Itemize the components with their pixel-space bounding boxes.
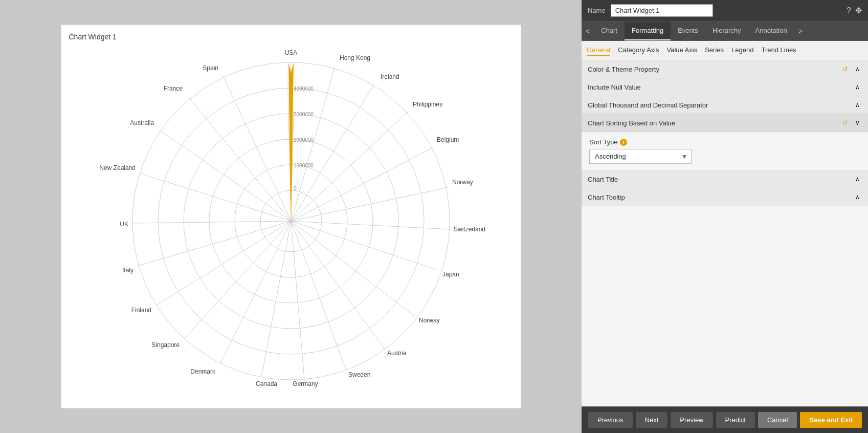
section-include-null-icons: ∧ (853, 82, 862, 92)
svg-line-10 (291, 147, 433, 221)
subtab-category-axis[interactable]: Category Axis (618, 45, 659, 56)
section-global-separator-label: Global Thousand and Decimal Separator (588, 101, 708, 109)
svg-text:USA: USA (284, 49, 297, 56)
sort-select-wrap: Ascending Descending None ▼ (589, 149, 692, 164)
svg-text:Austria: Austria (387, 350, 407, 357)
section-chart-title[interactable]: Chart Title ∧ (582, 170, 868, 188)
svg-text:Australia: Australia (130, 119, 154, 126)
sort-type-select[interactable]: Ascending Descending None (589, 149, 692, 164)
svg-text:Philippines: Philippines (413, 101, 442, 108)
subtab-general[interactable]: General (587, 45, 610, 56)
subtab-series[interactable]: Series (705, 45, 724, 56)
preview-button[interactable]: Preview (671, 412, 713, 428)
svg-line-25 (159, 130, 291, 221)
chart-container: Chart Widget 1 (61, 25, 521, 408)
tab-nav-back[interactable]: < (582, 21, 594, 40)
sort-type-label-row: Sort Type i (589, 138, 860, 146)
predict-button[interactable]: Predict (716, 412, 755, 428)
name-label: Name (588, 7, 606, 14)
sort-type-text: Sort Type (589, 138, 617, 146)
svg-line-14 (291, 221, 415, 317)
color-theme-chevron-icon[interactable]: ∧ (853, 64, 862, 74)
chart-tooltip-chevron-icon[interactable]: ∧ (853, 192, 862, 202)
right-panel: Name ? ✥ < Chart Formatting Events Hiera… (582, 0, 868, 433)
svg-line-12 (291, 221, 450, 229)
svg-text:UK: UK (120, 221, 128, 228)
tab-formatting[interactable]: Formatting (625, 21, 671, 40)
svg-text:3000000: 3000000 (294, 112, 314, 117)
svg-text:Spain: Spain (203, 64, 218, 72)
subtab-value-axis[interactable]: Value Axis (666, 45, 697, 56)
svg-text:Norway: Norway (452, 179, 473, 186)
svg-text:Italy: Italy (122, 267, 133, 274)
svg-line-21 (157, 221, 291, 305)
color-theme-refresh-icon[interactable] (840, 64, 850, 74)
section-global-separator-icons: ∧ (853, 100, 862, 110)
svg-text:Switzerland: Switzerland (454, 226, 485, 233)
sort-type-section: Sort Type i Ascending Descending None ▼ (582, 132, 868, 170)
chart-title-chevron-icon[interactable]: ∧ (853, 175, 862, 184)
section-color-theme-icons: ∧ (840, 64, 862, 74)
section-chart-sorting-label: Chart Sorting Based on Value (588, 119, 675, 127)
svg-text:Belgium: Belgium (437, 136, 459, 143)
section-global-separator[interactable]: Global Thousand and Decimal Separator ∧ (582, 96, 868, 114)
header-bar: Name ? ✥ (582, 0, 868, 21)
tab-nav-forward[interactable]: > (794, 21, 807, 40)
svg-text:Denmark: Denmark (190, 368, 216, 375)
svg-line-24 (140, 174, 291, 221)
svg-text:New Zealand: New Zealand (99, 164, 136, 171)
section-chart-tooltip[interactable]: Chart Tooltip ∧ (582, 188, 868, 206)
svg-line-22 (138, 221, 291, 266)
section-color-theme-label: Color & Theme Property (588, 66, 659, 73)
svg-text:Germany: Germany (293, 380, 318, 387)
widget-name-input[interactable] (611, 4, 713, 17)
radar-chart-area: USA Hong Kong Ireland Philippines Belgiu… (69, 44, 513, 398)
tab-chart[interactable]: Chart (594, 21, 625, 40)
section-chart-sorting[interactable]: Chart Sorting Based on Value ∨ (582, 114, 868, 132)
svg-text:Canada: Canada (255, 380, 277, 387)
svg-text:Japan: Japan (442, 271, 459, 278)
header-right: ? ✥ (847, 6, 862, 15)
svg-text:Hong Kong: Hong Kong (340, 54, 370, 61)
svg-line-11 (291, 187, 448, 221)
section-chart-sorting-icons: ∨ (840, 118, 862, 127)
section-chart-title-label: Chart Title (588, 176, 618, 183)
section-color-theme[interactable]: Color & Theme Property ∧ (582, 60, 868, 78)
content-area: Color & Theme Property ∧ Include Null Va… (582, 60, 868, 406)
radar-chart-svg: USA Hong Kong Ireland Philippines Belgiu… (81, 47, 501, 395)
svg-line-16 (291, 221, 346, 371)
section-chart-tooltip-icons: ∧ (853, 192, 862, 202)
svg-line-17 (291, 221, 304, 380)
svg-text:Finland: Finland (131, 307, 151, 314)
svg-text:1000000: 1000000 (294, 163, 314, 168)
svg-text:4000000: 4000000 (294, 86, 314, 92)
tab-hierarchy[interactable]: Hierarchy (705, 21, 748, 40)
move-icon[interactable]: ✥ (855, 6, 862, 15)
cancel-button[interactable]: Cancel (758, 412, 797, 428)
svg-line-23 (132, 221, 291, 223)
save-exit-button[interactable]: Save and Exit (800, 412, 862, 428)
svg-line-27 (223, 76, 291, 221)
svg-text:Norway: Norway (419, 317, 440, 324)
section-chart-title-icons: ∧ (853, 175, 862, 184)
previous-button[interactable]: Previous (588, 412, 633, 428)
chart-sorting-refresh-icon[interactable] (840, 118, 850, 127)
help-icon[interactable]: ? (847, 6, 851, 15)
svg-line-19 (220, 221, 291, 363)
tab-events[interactable]: Events (671, 21, 705, 40)
section-include-null[interactable]: Include Null Value ∧ (582, 78, 868, 96)
section-chart-tooltip-label: Chart Tooltip (588, 193, 625, 201)
svg-text:0: 0 (294, 186, 297, 191)
tab-annotation[interactable]: Annotation (748, 21, 794, 40)
sort-type-info-icon[interactable]: i (620, 139, 627, 146)
global-separator-chevron-icon[interactable]: ∧ (853, 100, 862, 110)
subtab-legend[interactable]: Legend (731, 45, 753, 56)
svg-text:2000000: 2000000 (294, 137, 314, 143)
header-left: Name (588, 4, 713, 17)
chart-panel: Chart Widget 1 (0, 0, 582, 433)
subtab-trend-lines[interactable]: Trend Lines (761, 45, 796, 56)
next-button[interactable]: Next (636, 412, 668, 428)
chart-sorting-chevron-icon[interactable]: ∨ (853, 118, 862, 127)
footer-bar: Previous Next Preview Predict Cancel Sav… (582, 406, 868, 433)
include-null-chevron-icon[interactable]: ∧ (853, 82, 862, 92)
